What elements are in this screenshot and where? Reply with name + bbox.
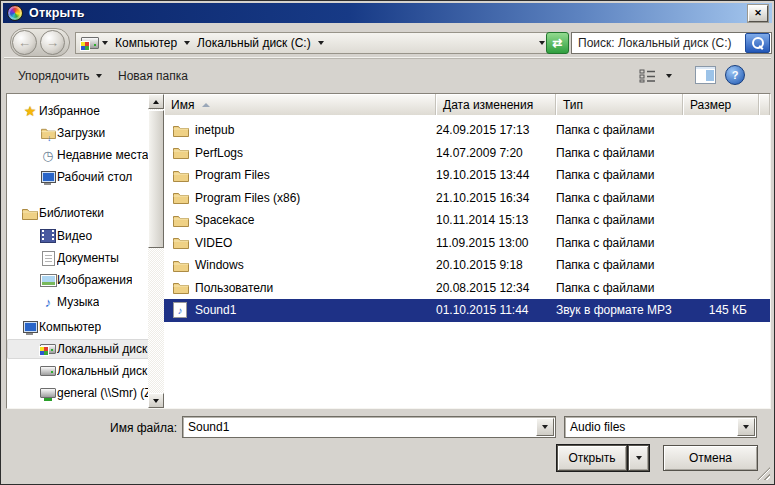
help-button[interactable]: ? (725, 65, 745, 85)
folder-icon (173, 124, 195, 137)
sidebar-item-recent-places[interactable]: ◷ Недавние места (7, 145, 148, 165)
views-button[interactable] (639, 66, 675, 86)
column-header-name[interactable]: Имя (164, 94, 436, 115)
table-row-selected[interactable]: ♪Sound1 01.10.2015 11:44 Звук в формате … (164, 299, 770, 322)
refresh-button[interactable]: ⇄ (546, 32, 569, 54)
libraries-icon (21, 207, 39, 220)
search-input[interactable]: Поиск: Локальный диск (C:) (572, 36, 745, 50)
table-row[interactable]: Program Files 19.10.2015 13:44 Папка с ф… (164, 164, 770, 187)
audio-file-icon: ♪ (173, 302, 195, 318)
downloads-icon: ↓ (39, 127, 57, 139)
chevron-down-icon[interactable] (318, 41, 324, 45)
list-header: Имя Дата изменения Тип Размер (164, 94, 770, 115)
main-panel: ★ Избранное ↓ Загрузки ◷ Недавние места … (6, 93, 771, 409)
file-name-label: Имя файла: (97, 421, 177, 435)
search-icon (752, 37, 764, 49)
windows-flag-icon (80, 41, 90, 51)
toolbar: Упорядочить Новая папка ? (4, 59, 771, 92)
table-row[interactable]: Spacekace 10.11.2014 15:13 Папка с файла… (164, 209, 770, 232)
search-box[interactable]: Поиск: Локальный диск (C:) (571, 32, 772, 54)
file-type-value[interactable]: Audio files (565, 420, 736, 434)
folder-icon (173, 281, 195, 294)
triangle-down-icon (743, 425, 749, 429)
sidebar-scrollbar[interactable] (148, 94, 164, 408)
open-dropdown-button[interactable] (628, 445, 649, 471)
open-button[interactable]: Открыть (557, 445, 627, 471)
music-icon: ♪ (39, 295, 57, 310)
folder-icon (173, 236, 195, 249)
list-rows: inetpub 24.09.2015 17:13 Папка с файлами… (164, 115, 770, 408)
navigation-buttons: ← → (10, 28, 70, 57)
table-row[interactable]: Windows 20.10.2015 9:18 Папка с файлами (164, 254, 770, 277)
table-row[interactable]: Пользователи 20.08.2015 12:34 Папка с фа… (164, 277, 770, 300)
back-button[interactable]: ← (12, 30, 37, 55)
organize-button[interactable]: Упорядочить (12, 66, 111, 86)
table-row[interactable]: inetpub 24.09.2015 17:13 Папка с файлами (164, 119, 770, 142)
triangle-down-icon (636, 456, 642, 460)
scrollbar-thumb[interactable] (148, 110, 164, 248)
column-header-type[interactable]: Тип (556, 94, 683, 115)
sidebar-group-favorites[interactable]: ★ Избранное (7, 101, 148, 121)
app-icon (7, 5, 23, 21)
sort-ascending-icon (202, 103, 210, 107)
breadcrumb-item-computer[interactable]: Компьютер (115, 36, 177, 50)
video-icon (39, 229, 57, 243)
folder-icon (173, 191, 195, 204)
drive-icon (81, 37, 99, 49)
close-button[interactable]: ✕ (748, 5, 768, 22)
table-row[interactable]: PerfLogs 14.07.2009 7:20 Папка с файлами (164, 142, 770, 165)
triangle-down-icon (542, 425, 548, 429)
sidebar-item-downloads[interactable]: ↓ Загрузки (7, 123, 148, 143)
sidebar-item-local-disk-c[interactable]: Локальный диск ( (7, 339, 148, 359)
search-button[interactable] (745, 33, 770, 53)
open-file-dialog: Открыть ✕ ← → Компьютер Локальный диск (… (0, 0, 775, 485)
sidebar-item-video[interactable]: Видео (7, 226, 148, 246)
breadcrumb-item-local-disk[interactable]: Локальный диск (C:) (197, 36, 311, 50)
address-dropdown-icon[interactable] (539, 41, 545, 45)
sidebar-group-libraries[interactable]: Библиотеки (7, 203, 148, 223)
preview-pane-button[interactable] (695, 66, 716, 84)
forward-icon: → (46, 35, 59, 50)
scroll-up-button[interactable] (148, 94, 164, 109)
documents-icon (39, 251, 57, 266)
sidebar-item-local-disk-d[interactable]: Локальный диск ( (7, 361, 148, 381)
triangle-up-icon (153, 100, 159, 104)
column-header-date[interactable]: Дата изменения (436, 94, 556, 115)
desktop-icon (39, 171, 57, 183)
scroll-down-button[interactable] (148, 393, 164, 408)
back-icon: ← (18, 35, 31, 50)
sidebar-item-pictures[interactable]: Изображения (7, 270, 148, 290)
chevron-down-icon (666, 74, 672, 78)
network-drive-icon (39, 388, 57, 398)
sidebar-item-network-drive[interactable]: general (\\Smr) (Z: (7, 383, 148, 403)
table-row[interactable]: Program Files (x86) 21.10.2015 16:34 Пап… (164, 187, 770, 210)
file-type-combobox[interactable]: Audio files (564, 416, 757, 438)
forward-button[interactable]: → (40, 30, 65, 55)
column-header-spare[interactable] (759, 94, 770, 115)
folder-icon (173, 259, 195, 272)
views-icon (639, 69, 657, 83)
sidebar-item-desktop[interactable]: Рабочий стол (7, 167, 148, 187)
navigation-sidebar: ★ Избранное ↓ Загрузки ◷ Недавние места … (7, 94, 148, 408)
drive-icon (39, 366, 57, 376)
new-folder-button[interactable]: Новая папка (112, 66, 194, 86)
file-name-input[interactable]: Sound1 (183, 420, 535, 434)
sidebar-item-music[interactable]: ♪ Музыка (7, 292, 148, 312)
computer-icon (21, 321, 39, 333)
file-name-combobox[interactable]: Sound1 (182, 416, 556, 438)
sidebar-group-computer[interactable]: Компьютер (7, 317, 148, 337)
resize-grip[interactable] (757, 467, 770, 480)
cancel-button[interactable]: Отмена (663, 445, 758, 471)
file-name-dropdown-button[interactable] (536, 418, 554, 436)
chevron-down-icon[interactable] (102, 41, 108, 45)
table-row[interactable]: VIDEO 11.09.2015 13:00 Папка с файлами (164, 232, 770, 255)
column-header-size[interactable]: Размер (683, 94, 759, 115)
folder-icon (173, 169, 195, 182)
file-type-dropdown-button[interactable] (737, 418, 755, 436)
chevron-down-icon[interactable] (184, 41, 190, 45)
new-folder-label: Новая папка (118, 69, 188, 83)
sidebar-item-documents[interactable]: Документы (7, 248, 148, 268)
breadcrumb[interactable]: Компьютер Локальный диск (C:) (75, 32, 554, 54)
title-bar: Открыть ✕ (3, 3, 772, 23)
triangle-down-icon (153, 399, 159, 403)
